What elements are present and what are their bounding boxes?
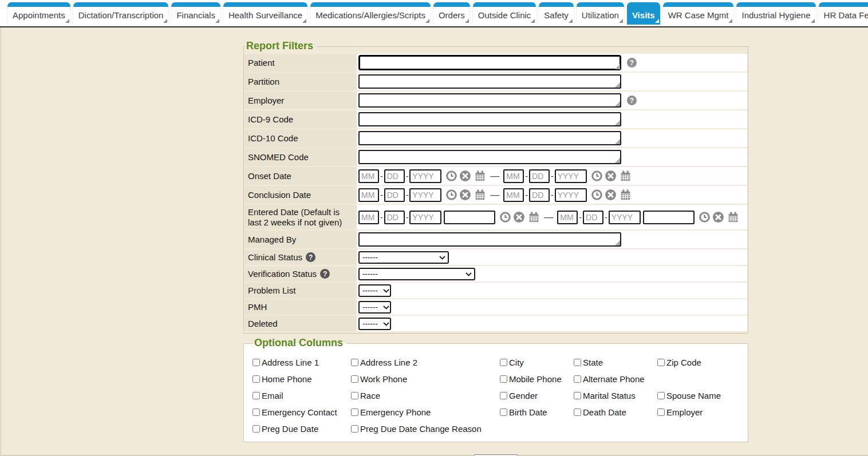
checkbox-input[interactable] xyxy=(252,409,260,416)
tab-safety[interactable]: Safety xyxy=(539,2,574,25)
clock-icon[interactable] xyxy=(699,211,711,223)
patient-input[interactable] xyxy=(358,55,621,70)
calendar-icon[interactable] xyxy=(620,189,632,201)
checkbox-input[interactable] xyxy=(252,392,260,399)
clear-icon[interactable] xyxy=(459,170,471,182)
icd9-code-input[interactable] xyxy=(358,112,621,126)
conclusion-from-month-input[interactable] xyxy=(358,188,379,202)
clear-icon[interactable] xyxy=(605,170,617,182)
tab-outside-clinic[interactable]: Outside Clinic xyxy=(473,2,536,25)
conclusion-to-year-input[interactable] xyxy=(555,188,587,202)
help-icon[interactable]: ? xyxy=(306,252,315,262)
clinical-status-select[interactable]: ------ xyxy=(358,251,449,264)
clock-icon[interactable] xyxy=(445,189,457,201)
checkbox-address-line-1[interactable]: Address Line 1 xyxy=(252,358,351,367)
entered-from-year-input[interactable] xyxy=(409,211,441,224)
onset-to-year-input[interactable] xyxy=(555,169,587,183)
entered-to-month-input[interactable] xyxy=(557,211,578,224)
clear-icon[interactable] xyxy=(513,211,525,223)
deleted-select[interactable]: ------ xyxy=(358,318,391,330)
entered-from-month-input[interactable] xyxy=(358,211,379,224)
entered-from-time-input[interactable] xyxy=(444,211,495,224)
conclusion-to-day-input[interactable] xyxy=(529,188,550,202)
checkbox-gender[interactable]: Gender xyxy=(500,391,574,401)
checkbox-input[interactable] xyxy=(657,409,665,416)
clear-icon[interactable] xyxy=(712,211,724,223)
checkbox-emergency-contact[interactable]: Emergency Contact xyxy=(252,407,351,417)
checkbox-employer[interactable]: Employer xyxy=(657,407,748,417)
calendar-icon[interactable] xyxy=(528,211,540,223)
tab-hr-data-feed[interactable]: HR Data Feed xyxy=(819,2,868,25)
onset-from-day-input[interactable] xyxy=(384,169,405,183)
checkbox-address-line-2[interactable]: Address Line 2 xyxy=(351,358,500,367)
checkbox-input[interactable] xyxy=(351,375,358,383)
clear-icon[interactable] xyxy=(459,189,471,201)
clock-icon[interactable] xyxy=(499,211,511,223)
checkbox-state[interactable]: State xyxy=(574,358,657,367)
checkbox-input[interactable] xyxy=(500,392,507,399)
help-icon[interactable]: ? xyxy=(627,58,637,68)
entered-to-time-input[interactable] xyxy=(643,211,695,224)
checkbox-marital-status[interactable]: Marital Status xyxy=(574,391,657,401)
checkbox-input[interactable] xyxy=(500,359,507,366)
checkbox-input[interactable] xyxy=(574,359,581,366)
employer-input[interactable] xyxy=(358,93,621,108)
checkbox-work-phone[interactable]: Work Phone xyxy=(351,374,500,384)
checkbox-preg-due-date-change-reason[interactable]: Preg Due Date Change Reason xyxy=(351,424,500,434)
verification-status-select[interactable]: ------ xyxy=(358,268,475,280)
checkbox-city[interactable]: City xyxy=(500,358,574,367)
clear-icon[interactable] xyxy=(605,189,617,201)
conclusion-from-day-input[interactable] xyxy=(384,188,405,202)
checkbox-home-phone[interactable]: Home Phone xyxy=(252,374,351,384)
onset-from-year-input[interactable] xyxy=(409,169,441,183)
calendar-icon[interactable] xyxy=(620,170,632,182)
checkbox-emergency-phone[interactable]: Emergency Phone xyxy=(351,407,500,417)
checkbox-race[interactable]: Race xyxy=(351,391,500,401)
checkbox-input[interactable] xyxy=(500,375,507,383)
checkbox-input[interactable] xyxy=(351,409,358,416)
checkbox-input[interactable] xyxy=(500,409,507,416)
icd10-code-input[interactable] xyxy=(358,131,621,145)
checkbox-birth-date[interactable]: Birth Date xyxy=(500,407,574,417)
clock-icon[interactable] xyxy=(591,170,603,182)
tab-industrial-hygiene[interactable]: Industrial Hygiene xyxy=(736,2,815,25)
entered-to-year-input[interactable] xyxy=(609,211,641,224)
tab-orders[interactable]: Orders xyxy=(433,2,470,25)
checkbox-input[interactable] xyxy=(252,375,260,383)
checkbox-input[interactable] xyxy=(252,425,260,433)
checkbox-input[interactable] xyxy=(657,392,665,399)
checkbox-input[interactable] xyxy=(574,375,581,383)
onset-to-day-input[interactable] xyxy=(529,169,550,183)
tab-medications-allergies-scripts[interactable]: Medications/Allergies/Scripts xyxy=(310,2,431,25)
clock-icon[interactable] xyxy=(591,189,603,201)
tab-visits[interactable]: Visits xyxy=(627,2,660,25)
calendar-icon[interactable] xyxy=(474,189,486,201)
checkbox-input[interactable] xyxy=(574,392,581,399)
onset-from-month-input[interactable] xyxy=(358,169,379,183)
checkbox-email[interactable]: Email xyxy=(252,391,351,401)
partition-input[interactable] xyxy=(358,74,621,89)
conclusion-to-month-input[interactable] xyxy=(503,188,524,202)
conclusion-from-year-input[interactable] xyxy=(409,188,441,202)
calendar-icon[interactable] xyxy=(727,211,739,223)
checkbox-input[interactable] xyxy=(252,359,260,366)
tab-health-surveillance[interactable]: Health Surveillance xyxy=(223,2,307,25)
checkbox-input[interactable] xyxy=(657,359,665,366)
tab-financials[interactable]: Financials xyxy=(171,2,220,25)
entered-to-day-input[interactable] xyxy=(583,211,603,224)
clock-icon[interactable] xyxy=(445,170,457,182)
snomed-code-input[interactable] xyxy=(358,150,621,164)
checkbox-spouse-name[interactable]: Spouse Name xyxy=(657,391,748,401)
checkbox-input[interactable] xyxy=(574,409,581,416)
help-icon[interactable]: ? xyxy=(320,269,330,279)
tab-appointments[interactable]: Appointments xyxy=(7,2,70,25)
checkbox-death-date[interactable]: Death Date xyxy=(574,407,657,417)
checkbox-zip-code[interactable]: Zip Code xyxy=(657,358,748,367)
checkbox-alternate-phone[interactable]: Alternate Phone xyxy=(574,374,657,384)
tab-utilization[interactable]: Utilization xyxy=(577,2,624,25)
managed-by-input[interactable] xyxy=(358,232,621,247)
checkbox-input[interactable] xyxy=(351,392,358,399)
checkbox-input[interactable] xyxy=(351,359,358,366)
checkbox-input[interactable] xyxy=(351,425,358,433)
help-icon[interactable]: ? xyxy=(627,96,637,105)
